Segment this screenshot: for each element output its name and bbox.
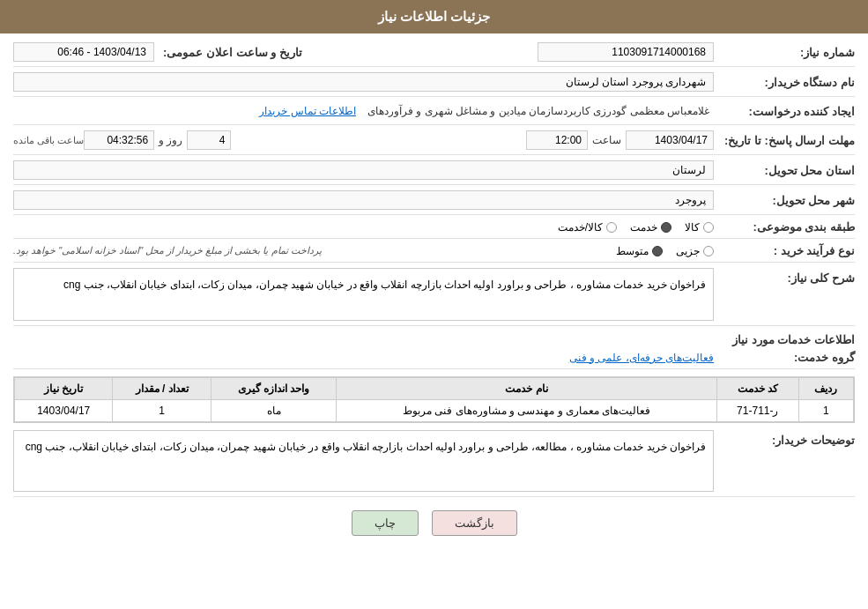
print-button[interactable]: چاپ (352, 510, 419, 536)
services-table-container: ردیف کد خدمت نام خدمت واحد اندازه گیری ت… (13, 376, 855, 423)
description-value: فراخوان خرید خدمات مشاوره ، طراحی و براو… (13, 268, 714, 321)
province-label: استان محل تحویل: (714, 164, 855, 177)
col-header-unit: واحد اندازه گیری (211, 378, 337, 400)
services-table: ردیف کد خدمت نام خدمت واحد اندازه گیری ت… (14, 377, 854, 422)
creator-label: ایجاد کننده درخواست: (714, 105, 855, 118)
col-header-count: تعداد / مقدار (113, 378, 211, 400)
buyer-description-value: فراخوان خرید خدمات مشاوره ، مطالعه، طراح… (13, 430, 714, 492)
back-button[interactable]: بازگشت (432, 510, 517, 536)
purchase-motevaset-radio[interactable] (652, 246, 663, 256)
purchase-motevaset-label: متوسط (616, 245, 649, 257)
col-header-name: نام خدمت (337, 378, 716, 400)
creator-row: ایجاد کننده درخواست: غلامعباس معظمی گودر… (13, 102, 855, 125)
page-title: جزئیات اطلاعات نیاز (378, 9, 490, 24)
service-group-label: گروه خدمت: (714, 351, 855, 364)
city-row: شهر محل تحویل: پروجرد (13, 190, 855, 215)
announce-datetime-label: تاریخ و ساعت اعلان عمومی: (154, 46, 311, 59)
deadline-countdown-label: ساعت باقی مانده (13, 135, 84, 146)
province-row: استان محل تحویل: لرستان (13, 160, 855, 185)
description-label: شرح کلی نیاز: (714, 268, 855, 285)
table-header-row: ردیف کد خدمت نام خدمت واحد اندازه گیری ت… (15, 378, 854, 400)
city-label: شهر محل تحویل: (714, 194, 855, 207)
purchase-motevaset-item: متوسط (616, 245, 663, 257)
page-header: جزئیات اطلاعات نیاز (0, 0, 868, 33)
purchase-jezyi-radio[interactable] (703, 246, 714, 256)
province-value: لرستان (13, 160, 714, 180)
purchase-jezyi-label: جزیی (676, 245, 700, 257)
creator-contact-link[interactable]: اطلاعات تماس خریدار (259, 105, 356, 117)
creator-value: غلامعباس معظمی گودرزی کاربردسازمان میادی… (363, 102, 714, 120)
category-kala-item: کالا (685, 221, 714, 234)
buyer-description-row: توضیحات خریدار: فراخوان خرید خدمات مشاور… (13, 430, 855, 497)
buyer-description-label: توضیحات خریدار: (714, 430, 855, 447)
col-header-row-num: ردیف (798, 378, 853, 400)
category-label: طبقه بندی موضوعی: (714, 220, 855, 234)
purchase-type-note: پرداخت تمام یا بخشی از مبلغ خریدار از مح… (13, 245, 322, 256)
category-khadamat-item: خدمت (630, 221, 671, 234)
purchase-jezyi-item: جزیی (676, 245, 714, 257)
need-number-label: شماره نیاز: (714, 46, 855, 59)
col-header-date: تاریخ نیاز (15, 378, 113, 400)
content-area: شماره نیاز: 1103091714000168 تاریخ و ساع… (0, 33, 868, 558)
category-khadamat-label: خدمت (630, 221, 657, 234)
category-kala-label: کالا (685, 221, 700, 234)
buyer-org-value: شهرداری پروجرد استان لرستان (13, 72, 714, 92)
purchase-type-row: نوع فرآیند خرید : جزیی متوسط پرداخت تمام… (13, 244, 855, 263)
deadline-countdown-value: 04:32:56 (84, 130, 154, 150)
category-kala-khadamat-label: کالا/خدمت (558, 221, 603, 234)
purchase-type-radio-group: جزیی متوسط (616, 245, 714, 257)
service-group-row: گروه خدمت: فعالیت‌های حرفه‌ای، علمی و فن… (13, 351, 855, 369)
category-radio-group: کالا خدمت کالا/خدمت (558, 221, 714, 234)
category-kala-khadamat-item: کالا/خدمت (558, 221, 617, 234)
buyer-org-row: نام دستگاه خریدار: شهرداری پروجرد استان … (13, 72, 855, 97)
category-khadamat-radio[interactable] (661, 222, 671, 233)
need-number-row: شماره نیاز: 1103091714000168 تاریخ و ساع… (13, 42, 855, 67)
category-row: طبقه بندی موضوعی: کالا خدمت کالا/خدمت (13, 220, 855, 239)
page-wrapper: جزئیات اطلاعات نیاز شماره نیاز: 11030917… (0, 0, 868, 609)
purchase-type-label: نوع فرآیند خرید : (714, 244, 855, 257)
services-info-title: اطلاعات خدمات مورد نیاز (13, 333, 855, 346)
description-row: شرح کلی نیاز: فراخوان خرید خدمات مشاوره … (13, 268, 855, 326)
deadline-time-value: 12:00 (526, 130, 588, 150)
button-row: بازگشت چاپ (13, 510, 855, 549)
service-group-value[interactable]: فعالیت‌های حرفه‌ای، علمی و فنی (569, 352, 714, 364)
deadline-days-label: روز و (154, 131, 187, 149)
need-number-value: 1103091714000168 (538, 42, 714, 62)
deadline-days-value: 4 (187, 130, 231, 150)
announce-datetime-value: 1403/04/13 - 06:46 (13, 42, 154, 62)
deadline-date-value: 1403/04/17 (626, 130, 714, 150)
buyer-org-label: نام دستگاه خریدار: (714, 76, 855, 89)
category-kala-radio[interactable] (703, 222, 714, 233)
category-kala-khadamat-radio[interactable] (606, 222, 617, 233)
deadline-label: مهلت ارسال پاسخ: تا تاریخ: (714, 134, 855, 147)
col-header-code: کد خدمت (716, 378, 798, 400)
table-row: 1ر-711-71فعالیت‌های معماری و مهندسی و مش… (15, 400, 854, 422)
deadline-time-label: ساعت (588, 131, 626, 149)
deadline-row: مهلت ارسال پاسخ: تا تاریخ: 1403/04/17 سا… (13, 130, 855, 155)
city-value: پروجرد (13, 190, 714, 210)
